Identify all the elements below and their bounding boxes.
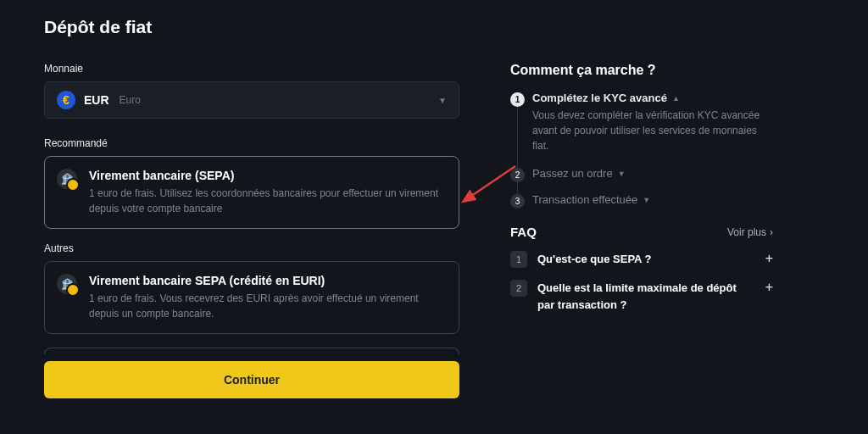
deposit-option-sepa-euri[interactable]: 🏦 Virement bancaire SEPA (crédité en EUR… bbox=[44, 261, 459, 334]
option-desc: 1 euro de frais. Utilisez les coordonnée… bbox=[89, 186, 445, 216]
continue-button[interactable]: Continuer bbox=[44, 361, 459, 398]
chevron-right-icon: › bbox=[770, 226, 773, 238]
step-number: 3 bbox=[510, 194, 525, 209]
bank-icon: 🏦 bbox=[57, 274, 77, 294]
deposit-option-sepa[interactable]: 🏦 Virement bancaire (SEPA) 1 euro de fra… bbox=[44, 156, 459, 229]
option-peek bbox=[44, 348, 459, 354]
faq-number: 2 bbox=[510, 280, 527, 297]
euro-icon: € bbox=[57, 91, 75, 109]
currency-code: EUR bbox=[84, 93, 109, 107]
recommended-label: Recommandé bbox=[44, 137, 459, 149]
currency-name: Euro bbox=[120, 94, 141, 106]
page-title: Dépôt de fiat bbox=[44, 17, 841, 37]
faq-item[interactable]: 2 Quelle est la limite maximale de dépôt… bbox=[510, 280, 773, 313]
step-kyc[interactable]: 1 Complétez le KYC avancé ▲ Vous devez c… bbox=[532, 92, 773, 153]
step-number: 1 bbox=[510, 92, 525, 107]
plus-icon[interactable]: + bbox=[765, 280, 773, 295]
option-title: Virement bancaire (SEPA) bbox=[89, 169, 445, 182]
chevron-down-icon: ▼ bbox=[438, 96, 447, 105]
faq-question: Qu'est-ce que SEPA ? bbox=[537, 251, 755, 268]
step-title-text: Complétez le KYC avancé bbox=[532, 92, 667, 104]
sidebar: Comment ça marche ? 1 Complétez le KYC a… bbox=[510, 63, 773, 398]
step-title-text: Passez un ordre bbox=[532, 167, 613, 180]
step-number: 2 bbox=[510, 168, 525, 182]
plus-icon[interactable]: + bbox=[765, 251, 773, 266]
faq-number: 1 bbox=[510, 251, 527, 268]
howitworks-title: Comment ça marche ? bbox=[510, 63, 773, 78]
faq-more-label: Voir plus bbox=[727, 226, 766, 238]
faq-see-more[interactable]: Voir plus › bbox=[727, 226, 773, 238]
option-desc: 1 euro de frais. Vous recevrez des EURI … bbox=[89, 291, 445, 321]
faq-item[interactable]: 1 Qu'est-ce que SEPA ? + bbox=[510, 251, 773, 268]
faq-title: FAQ bbox=[510, 225, 537, 239]
option-title: Virement bancaire SEPA (crédité en EURI) bbox=[89, 274, 445, 287]
bank-icon: 🏦 bbox=[57, 169, 77, 189]
step-desc: Vous devez compléter la vérification KYC… bbox=[532, 108, 773, 153]
currency-select[interactable]: € EUR Euro ▼ bbox=[44, 81, 459, 119]
faq-question: Quelle est la limite maximale de dépôt p… bbox=[537, 280, 755, 313]
chevron-up-icon: ▲ bbox=[672, 94, 680, 103]
step-title-text: Transaction effectuée bbox=[532, 193, 637, 206]
step-done[interactable]: 3 Transaction effectuée ▼ bbox=[532, 193, 773, 206]
steps-list: 1 Complétez le KYC avancé ▲ Vous devez c… bbox=[510, 92, 773, 206]
chevron-down-icon: ▼ bbox=[643, 196, 650, 204]
chevron-down-icon: ▼ bbox=[618, 170, 626, 178]
currency-label: Monnaie bbox=[44, 63, 459, 75]
others-label: Autres bbox=[44, 242, 459, 254]
step-order[interactable]: 2 Passez un ordre ▼ bbox=[532, 167, 773, 180]
deposit-form: Monnaie € EUR Euro ▼ Recommandé 🏦 Vireme… bbox=[44, 63, 459, 398]
